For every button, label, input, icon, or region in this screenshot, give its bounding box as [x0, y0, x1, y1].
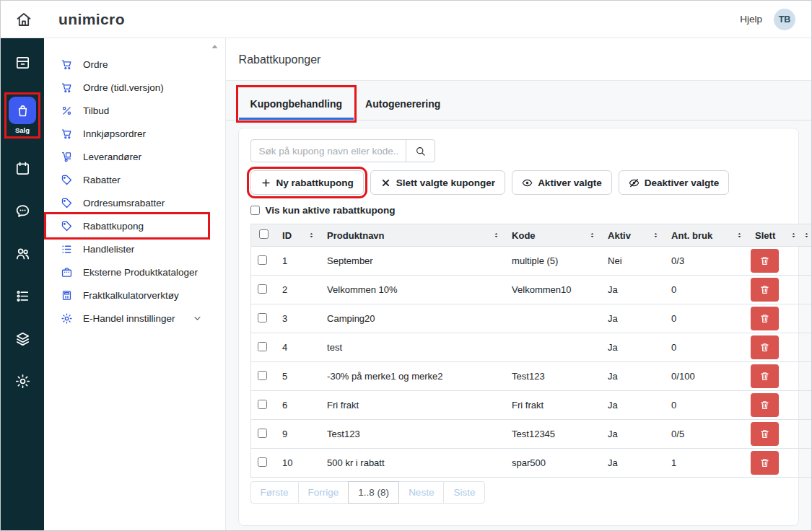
sidebar-menu: OrdreOrdre (tidl.versjon)TilbudInnkjøpso… — [44, 53, 225, 330]
column-kode[interactable]: Kode — [512, 230, 536, 241]
icon-rail: Salg — [1, 38, 44, 530]
rail-item-chat[interactable] — [14, 203, 31, 219]
sidebar-item-innkjøpsordrer[interactable]: Innkjøpsordrer — [46, 122, 208, 145]
delete-button[interactable] — [751, 335, 779, 359]
delete-button[interactable] — [751, 364, 779, 388]
delete-button[interactable] — [751, 451, 779, 475]
cell-aktiv: Ja — [602, 420, 665, 449]
calculator-icon — [61, 289, 73, 302]
sidebar-item-ordre[interactable]: Ordre — [46, 53, 208, 76]
cell-id: 5 — [276, 362, 321, 391]
avatar[interactable]: TB — [774, 9, 795, 30]
sort-icon[interactable] — [790, 230, 798, 240]
main-panel: Rabattkuponger Kupongbehandling Autogene… — [226, 38, 811, 530]
table-row: 2Velkommen 10%Velkommen10Ja0 — [250, 276, 812, 304]
rail-item-calendar[interactable] — [14, 160, 31, 177]
sidebar-item-label: Innkjøpsordrer — [83, 128, 146, 139]
column-ant-bruk[interactable]: Ant. bruk — [671, 230, 712, 241]
delete-button[interactable] — [751, 393, 779, 417]
trash-icon — [759, 457, 770, 468]
sidebar-item-rabattkupong[interactable]: Rabattkupong — [46, 214, 208, 237]
sidebar-item-ordresumsrabatter[interactable]: Ordresumsrabatter — [46, 191, 208, 214]
row-checkbox[interactable] — [258, 342, 267, 351]
button-label: Ny rabattkupong — [276, 177, 354, 188]
sort-icon[interactable] — [803, 230, 811, 240]
search-button[interactable] — [406, 139, 435, 162]
sidebar-item-ordre-tidl-versjon[interactable]: Ordre (tidl.versjon) — [46, 76, 208, 99]
table-row: 10500 kr i rabattspar500Ja1 — [250, 449, 812, 478]
active-filter-checkbox[interactable] — [250, 206, 260, 215]
scroll-up-icon[interactable] — [209, 41, 220, 52]
cell-checkbox — [250, 333, 276, 362]
toolbar: Ny rabattkupong Slett valgte kuponger Ak… — [250, 170, 787, 195]
rail-item-checklist[interactable] — [14, 288, 31, 304]
content-card: Ny rabattkupong Slett valgte kuponger Ak… — [238, 128, 799, 526]
rail-item-archive[interactable] — [14, 54, 31, 71]
rail-item-layers[interactable] — [14, 330, 31, 347]
row-checkbox[interactable] — [258, 429, 267, 438]
sort-icon[interactable] — [735, 230, 743, 240]
activate-selected-button[interactable]: Aktiver valgte — [512, 170, 612, 195]
sidebar-item-leverandører[interactable]: Leverandører — [46, 145, 208, 168]
cell-slett — [749, 391, 803, 420]
pagination-1-8-8[interactable]: 1..8 (8) — [348, 481, 399, 504]
table-row: 9Test123Test12345Ja0/5 — [250, 420, 812, 449]
delete-selected-button[interactable]: Slett valgte kuponger — [370, 170, 505, 195]
sidebar: OrdreOrdre (tidl.versjon)TilbudInnkjøpso… — [44, 38, 226, 530]
tab-autogenerering[interactable]: Autogenerering — [354, 88, 452, 120]
sidebar-item-e-handel-innstillinger[interactable]: E-Handel innstillinger — [46, 307, 208, 330]
rail-item-shopping-bag[interactable]: Salg — [9, 97, 36, 134]
tab-kupongbehandling[interactable]: Kupongbehandling — [239, 88, 354, 120]
pagination-forrige[interactable]: Forrige — [298, 481, 349, 504]
column-slett[interactable]: Slett — [755, 230, 775, 241]
list-icon — [61, 243, 73, 255]
row-checkbox[interactable] — [258, 313, 267, 322]
percent-icon — [61, 105, 73, 117]
pagination-siste[interactable]: Siste — [443, 481, 485, 504]
sort-icon[interactable] — [492, 230, 500, 240]
cell-ant-bruk: 0/3 — [665, 247, 749, 276]
sidebar-item-tilbud[interactable]: Tilbud — [46, 99, 208, 122]
rail-item-gear[interactable] — [14, 373, 31, 390]
help-link[interactable]: Hjelp — [740, 14, 762, 25]
sidebar-item-eksterne-produktkataloger[interactable]: Eksterne Produktkataloger — [46, 260, 208, 284]
tabbar: Kupongbehandling Autogenerering — [226, 88, 811, 120]
cell-ant-bruk: 0 — [665, 276, 749, 304]
row-checkbox[interactable] — [258, 371, 267, 380]
chevron-down-icon — [191, 313, 204, 323]
delete-button[interactable] — [751, 249, 779, 273]
sidebar-item-handlelister[interactable]: Handlelister — [46, 237, 208, 260]
sort-icon[interactable] — [652, 230, 660, 240]
home-icon[interactable] — [15, 11, 32, 28]
row-checkbox[interactable] — [258, 255, 267, 265]
cell-ant-bruk: 0/5 — [665, 420, 749, 449]
pagination-første[interactable]: Første — [250, 481, 299, 504]
select-all-checkbox[interactable] — [259, 229, 269, 239]
cell-id: 10 — [276, 449, 321, 478]
delete-button[interactable] — [751, 307, 779, 330]
sort-icon[interactable] — [588, 230, 596, 240]
row-checkbox[interactable] — [258, 400, 267, 409]
row-checkbox[interactable] — [258, 284, 267, 294]
cell-checkbox — [250, 276, 276, 304]
sidebar-item-fraktkalkulatorverktøy[interactable]: Fraktkalkulatorverktøy — [46, 284, 208, 307]
cell-slett — [749, 247, 803, 276]
cell-slett — [749, 333, 803, 362]
column-id[interactable]: ID — [282, 230, 292, 241]
active-filter-label: Vis kun aktive rabattkupong — [266, 205, 396, 216]
deactivate-selected-button[interactable]: Deaktiver valgte — [619, 170, 730, 195]
row-checkbox[interactable] — [258, 457, 267, 467]
pagination-neste[interactable]: Neste — [398, 481, 444, 504]
delete-button[interactable] — [751, 422, 779, 446]
column-aktiv[interactable]: Aktiv — [608, 230, 631, 241]
search-input[interactable] — [250, 139, 406, 162]
delete-button[interactable] — [751, 278, 779, 302]
cell-slett — [749, 362, 803, 391]
sort-icon[interactable] — [307, 230, 315, 240]
new-coupon-button[interactable]: Ny rabattkupong — [250, 170, 364, 195]
cell-id: 1 — [276, 247, 321, 276]
filter-row: Vis kun aktive rabattkupong — [250, 205, 787, 216]
sidebar-item-rabatter[interactable]: Rabatter — [46, 168, 208, 191]
column-produktnavn[interactable]: Produktnavn — [327, 230, 384, 241]
rail-item-users[interactable] — [14, 245, 31, 262]
